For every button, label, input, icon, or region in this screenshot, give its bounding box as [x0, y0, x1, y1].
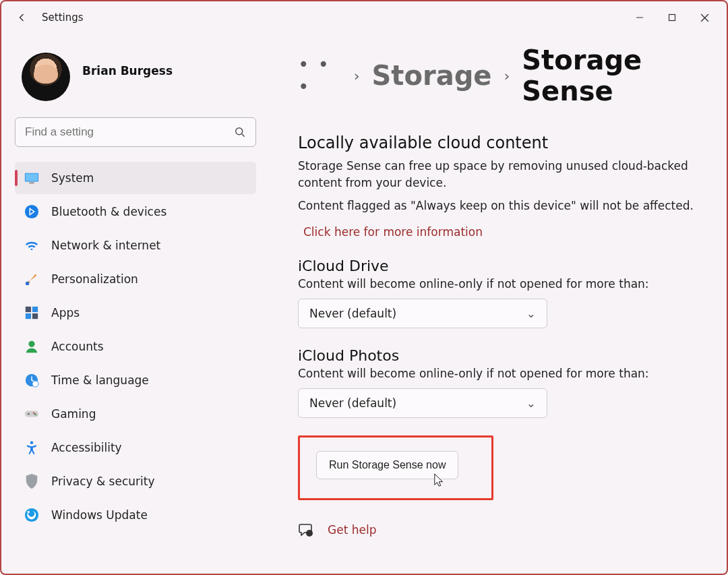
icloud-drive-sub: Content will become online-only if not o… — [298, 277, 706, 291]
nav-label: Gaming — [51, 407, 96, 421]
nav-label: Time & language — [51, 373, 149, 387]
svg-point-21 — [33, 412, 34, 413]
svg-rect-8 — [29, 182, 34, 183]
cursor-icon — [433, 473, 446, 487]
svg-point-22 — [36, 415, 37, 416]
cloud-p2: Content flagged as "Always keep on this … — [298, 198, 696, 214]
breadcrumb: • • • › Storage › Storage Sense — [298, 44, 706, 107]
profile-sub — [82, 78, 173, 90]
nav-list: System Bluetooth & devices Network & int… — [15, 162, 256, 531]
minimize-button[interactable] — [624, 5, 655, 30]
chevron-right-icon: › — [504, 67, 510, 84]
svg-rect-14 — [32, 313, 38, 319]
avatar — [22, 53, 70, 101]
nav-item-system[interactable]: System — [15, 162, 256, 194]
maximize-button[interactable] — [657, 5, 688, 30]
accessibility-icon — [24, 440, 39, 455]
svg-rect-13 — [26, 313, 31, 319]
svg-point-9 — [25, 205, 38, 218]
icloud-drive-dropdown[interactable]: Never (default) ⌄ — [298, 299, 547, 328]
back-button[interactable] — [8, 4, 35, 31]
cloud-p1: Storage Sense can free up space by remov… — [298, 158, 696, 191]
dropdown-value: Never (default) — [309, 396, 396, 410]
svg-point-20 — [34, 413, 36, 415]
person-icon — [24, 339, 39, 354]
nav-item-windows-update[interactable]: Windows Update — [15, 499, 256, 531]
svg-rect-18 — [25, 411, 38, 417]
nav-label: Accessibility — [51, 441, 122, 454]
nav-label: Privacy & security — [51, 475, 155, 488]
highlight-box: Run Storage Sense now — [298, 435, 493, 500]
nav-label: Personalization — [51, 272, 138, 286]
svg-rect-7 — [26, 174, 38, 181]
sidebar: Brian Burgess System Bluetooth & devices… — [1, 34, 270, 574]
chevron-right-icon: › — [354, 67, 360, 84]
search-input[interactable] — [15, 117, 256, 147]
svg-text:?: ? — [308, 531, 311, 537]
nav-item-apps[interactable]: Apps — [15, 297, 256, 329]
nav-item-time-language[interactable]: Time & language — [15, 364, 256, 396]
icloud-photos-sub: Content will become online-only if not o… — [298, 367, 706, 380]
nav-label: Windows Update — [51, 508, 148, 522]
nav-item-bluetooth[interactable]: Bluetooth & devices — [15, 195, 256, 228]
svg-rect-12 — [32, 307, 38, 312]
svg-point-15 — [28, 341, 34, 347]
svg-point-19 — [28, 413, 30, 415]
nav-item-privacy[interactable]: Privacy & security — [15, 465, 256, 497]
svg-point-23 — [30, 441, 33, 444]
apps-icon — [24, 305, 39, 320]
breadcrumb-ellipsis[interactable]: • • • — [298, 53, 342, 98]
clock-globe-icon — [24, 373, 39, 388]
help-icon: ? — [298, 522, 314, 538]
nav-label: Bluetooth & devices — [51, 205, 166, 218]
nav-item-network[interactable]: Network & internet — [15, 229, 256, 262]
monitor-icon — [24, 171, 39, 185]
more-info-link[interactable]: Click here for more information — [303, 225, 483, 239]
chevron-down-icon: ⌄ — [526, 307, 536, 320]
nav-label: Network & internet — [51, 239, 160, 252]
svg-rect-1 — [669, 15, 675, 21]
get-help-link[interactable]: Get help — [328, 523, 376, 537]
arrow-left-icon — [15, 11, 28, 24]
close-button[interactable] — [689, 5, 720, 30]
chevron-down-icon: ⌄ — [526, 396, 536, 410]
dropdown-value: Never (default) — [309, 307, 396, 320]
gamepad-icon — [24, 406, 39, 421]
search-wrap — [15, 117, 256, 147]
profile-name: Brian Burgess — [82, 64, 173, 78]
icloud-drive-heading: iCloud Drive — [298, 258, 706, 274]
app-title: Settings — [42, 11, 84, 24]
search-icon — [233, 125, 247, 139]
icloud-photos-heading: iCloud Photos — [298, 347, 706, 364]
main-pane: • • • › Storage › Storage Sense Locally … — [270, 34, 727, 574]
nav-item-personalization[interactable]: Personalization — [15, 263, 256, 295]
nav-label: Accounts — [51, 340, 104, 353]
maximize-icon — [668, 13, 676, 22]
svg-rect-11 — [26, 307, 31, 312]
nav-label: Apps — [51, 306, 80, 320]
titlebar: Settings — [1, 1, 727, 34]
minimize-icon — [636, 13, 644, 22]
breadcrumb-current: Storage Sense — [522, 44, 706, 107]
help-row: ? Get help — [298, 522, 706, 538]
close-icon — [700, 13, 709, 22]
cloud-heading: Locally available cloud content — [298, 133, 706, 152]
nav-label: System — [51, 171, 94, 185]
brush-icon — [24, 272, 39, 286]
profile-block[interactable]: Brian Burgess — [22, 53, 256, 101]
svg-point-4 — [236, 128, 243, 135]
wifi-icon — [24, 238, 39, 253]
shield-icon — [24, 474, 39, 489]
svg-line-5 — [242, 134, 245, 137]
nav-item-gaming[interactable]: Gaming — [15, 398, 256, 430]
window-controls — [624, 5, 720, 30]
nav-item-accessibility[interactable]: Accessibility — [15, 431, 256, 464]
breadcrumb-parent[interactable]: Storage — [372, 60, 492, 91]
svg-point-17 — [32, 381, 38, 387]
bluetooth-icon — [24, 204, 39, 219]
icloud-photos-dropdown[interactable]: Never (default) ⌄ — [298, 388, 547, 418]
svg-point-10 — [26, 282, 30, 286]
update-icon — [24, 508, 39, 522]
svg-point-24 — [25, 508, 38, 522]
nav-item-accounts[interactable]: Accounts — [15, 330, 256, 363]
